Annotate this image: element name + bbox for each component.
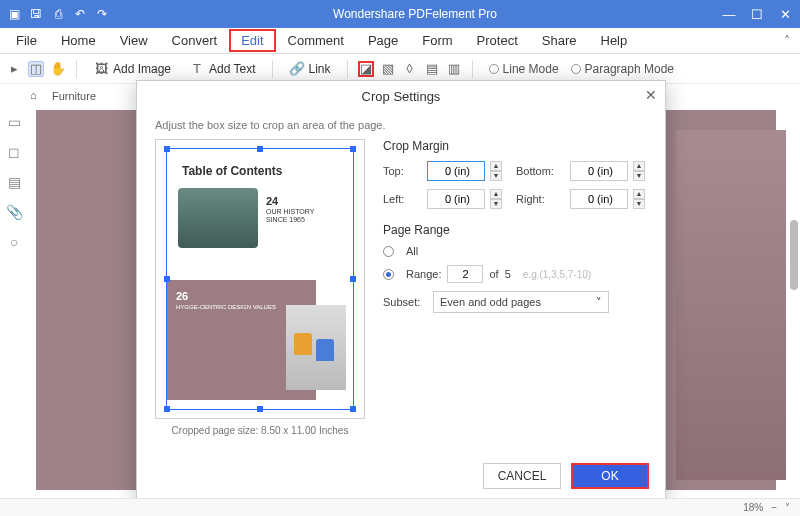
attachments-icon[interactable]: 📎 xyxy=(6,204,22,220)
bates-icon[interactable]: ▥ xyxy=(446,61,462,77)
bottom-spin-up-icon[interactable]: ▲ xyxy=(633,161,645,171)
link-icon: 🔗 xyxy=(289,61,305,77)
select-object-icon[interactable]: ◫ xyxy=(28,61,44,77)
home-icon[interactable]: ⌂ xyxy=(30,89,44,103)
left-spin-down-icon[interactable]: ▼ xyxy=(490,199,502,209)
thumbnails-icon[interactable]: ▭ xyxy=(6,114,22,130)
undo-icon[interactable]: ↶ xyxy=(72,6,88,22)
top-spin-down-icon[interactable]: ▼ xyxy=(490,171,502,181)
paragraph-mode-radio[interactable]: Paragraph Mode xyxy=(571,62,674,76)
close-icon[interactable]: ✕ xyxy=(776,5,794,23)
redo-icon[interactable]: ↷ xyxy=(94,6,110,22)
status-bar: 18% − ˅ xyxy=(0,498,800,516)
collapse-ribbon-icon[interactable]: ˄ xyxy=(784,34,790,48)
crop-handle-tl[interactable] xyxy=(164,146,170,152)
image-icon: 🖼 xyxy=(93,61,109,77)
crop-handle-bl[interactable] xyxy=(164,406,170,412)
radio-icon xyxy=(489,64,499,74)
header-footer-icon[interactable]: ▤ xyxy=(424,61,440,77)
range-label: Range: xyxy=(406,268,441,280)
titlebar: ▣ 🖫 ⎙ ↶ ↷ Wondershare PDFelement Pro — ☐… xyxy=(0,0,800,28)
chevron-down-icon[interactable]: ˅ xyxy=(785,502,790,513)
menu-comment[interactable]: Comment xyxy=(276,29,356,52)
select-arrow-icon[interactable]: ▸ xyxy=(6,61,22,77)
menu-form[interactable]: Form xyxy=(410,29,464,52)
menubar: File Home View Convert Edit Comment Page… xyxy=(0,28,800,54)
zoom-value: 18% xyxy=(743,502,763,513)
menu-share[interactable]: Share xyxy=(530,29,589,52)
top-spin-up-icon[interactable]: ▲ xyxy=(490,161,502,171)
left-input[interactable] xyxy=(427,189,485,209)
add-text-button[interactable]: TAdd Text xyxy=(183,58,261,80)
dialog-hint: Adjust the box size to crop an area of t… xyxy=(137,111,665,139)
crop-preview: Table of Contents 24 OUR HISTORY SINCE 1… xyxy=(155,139,365,436)
line-mode-label: Line Mode xyxy=(503,62,559,76)
all-radio[interactable] xyxy=(383,246,394,257)
subset-select[interactable]: Even and odd pages ˅ xyxy=(433,291,609,313)
range-total: 5 xyxy=(505,268,511,280)
bookmarks-icon[interactable]: ◻ xyxy=(6,144,22,160)
menu-convert[interactable]: Convert xyxy=(160,29,230,52)
link-button[interactable]: 🔗Link xyxy=(283,58,337,80)
cancel-button[interactable]: CANCEL xyxy=(483,463,561,489)
of-label: of xyxy=(489,268,498,280)
menu-file[interactable]: File xyxy=(4,29,49,52)
crop-handle-tr[interactable] xyxy=(350,146,356,152)
top-input[interactable] xyxy=(427,161,485,181)
menu-home[interactable]: Home xyxy=(49,29,108,52)
crop-handle-tm[interactable] xyxy=(257,146,263,152)
add-image-button[interactable]: 🖼Add Image xyxy=(87,58,177,80)
range-radio[interactable] xyxy=(383,269,394,280)
menu-page[interactable]: Page xyxy=(356,29,410,52)
dialog-header: Crop Settings ✕ xyxy=(137,81,665,111)
top-label: Top: xyxy=(383,165,421,177)
ok-button[interactable]: OK xyxy=(571,463,649,489)
app-title: Wondershare PDFelement Pro xyxy=(110,7,720,21)
dialog-close-icon[interactable]: ✕ xyxy=(645,87,657,103)
subset-label: Subset: xyxy=(383,296,427,308)
menu-view[interactable]: View xyxy=(108,29,160,52)
scrollbar-vertical[interactable] xyxy=(790,220,798,290)
subset-value: Even and odd pages xyxy=(440,296,541,308)
watermark-icon[interactable]: ▧ xyxy=(380,61,396,77)
radio-icon xyxy=(571,64,581,74)
crop-handle-mr[interactable] xyxy=(350,276,356,282)
crop-settings-dialog: Crop Settings ✕ Adjust the box size to c… xyxy=(136,80,666,500)
crop-frame[interactable] xyxy=(166,148,354,410)
right-spin-up-icon[interactable]: ▲ xyxy=(633,189,645,199)
right-label: Right: xyxy=(516,193,564,205)
chevron-down-icon: ˅ xyxy=(596,296,602,309)
preview-caption: Cropped page size: 8.50 x 11.00 Inches xyxy=(155,419,365,436)
print-icon[interactable]: ⎙ xyxy=(50,6,66,22)
all-label: All xyxy=(406,245,418,257)
add-text-label: Add Text xyxy=(209,62,255,76)
comments-icon[interactable]: ▤ xyxy=(6,174,22,190)
right-spin-down-icon[interactable]: ▼ xyxy=(633,199,645,209)
hand-icon[interactable]: ✋ xyxy=(50,61,66,77)
menu-protect[interactable]: Protect xyxy=(465,29,530,52)
save-icon[interactable]: 🖫 xyxy=(28,6,44,22)
crop-handle-ml[interactable] xyxy=(164,276,170,282)
minimize-icon[interactable]: — xyxy=(720,5,738,23)
menu-edit[interactable]: Edit xyxy=(229,29,275,52)
page-range-label: Page Range xyxy=(383,223,647,237)
app-logo-icon: ▣ xyxy=(6,6,22,22)
crop-icon[interactable]: ◪ xyxy=(358,61,374,77)
line-mode-radio[interactable]: Line Mode xyxy=(489,62,559,76)
range-input[interactable] xyxy=(447,265,483,283)
preview-page[interactable]: Table of Contents 24 OUR HISTORY SINCE 1… xyxy=(155,139,365,419)
zoom-out-icon[interactable]: − xyxy=(771,502,777,513)
crop-handle-br[interactable] xyxy=(350,406,356,412)
maximize-icon[interactable]: ☐ xyxy=(748,5,766,23)
bottom-input[interactable] xyxy=(570,161,628,181)
left-spin-up-icon[interactable]: ▲ xyxy=(490,189,502,199)
right-input[interactable] xyxy=(570,189,628,209)
crop-handle-bm[interactable] xyxy=(257,406,263,412)
background-icon[interactable]: ◊ xyxy=(402,61,418,77)
document-page-peek xyxy=(676,130,786,480)
menu-help[interactable]: Help xyxy=(589,29,640,52)
search-panel-icon[interactable]: ○ xyxy=(6,234,22,250)
range-example: e.g.(1,3,5,7-10) xyxy=(523,269,591,280)
document-tab[interactable]: Furniture xyxy=(52,90,96,102)
bottom-spin-down-icon[interactable]: ▼ xyxy=(633,171,645,181)
